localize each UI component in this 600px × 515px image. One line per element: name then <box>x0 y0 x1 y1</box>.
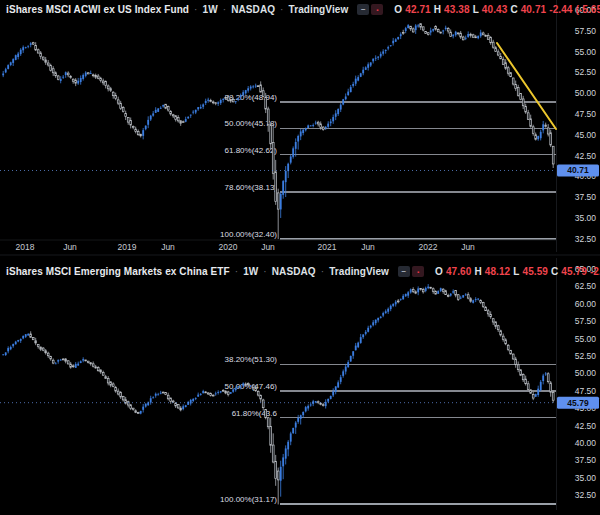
high-value: 48.12 <box>485 266 511 277</box>
open-label: O <box>394 4 402 15</box>
svg-text:Jun: Jun <box>63 242 77 252</box>
svg-text:52.50: 52.50 <box>575 351 597 361</box>
time-axis[interactable]: 2018Jun2019Jun2020Jun2021Jun2022Jun <box>0 240 556 252</box>
exchange-label: NASDAQ <box>272 266 316 277</box>
svg-text:Jun: Jun <box>461 242 475 252</box>
legend-minimize-icon[interactable]: − <box>398 266 410 277</box>
svg-text:45.00: 45.00 <box>575 130 597 140</box>
svg-text:62.50: 62.50 <box>575 281 597 291</box>
interval-label[interactable]: 1W <box>243 266 258 277</box>
legend-top[interactable]: iShares MSCI ACWI ex US Index Fund · 1W … <box>6 4 600 15</box>
svg-text:40.00: 40.00 <box>575 438 597 448</box>
svg-text:38.20%(51.30): 38.20%(51.30) <box>225 355 278 364</box>
svg-text:Jun: Jun <box>161 242 175 252</box>
svg-text:32.50: 32.50 <box>575 234 597 244</box>
svg-text:32.50: 32.50 <box>575 490 597 500</box>
price-axis[interactable]: 60.0057.5055.0052.5050.0047.5045.0042.50… <box>575 5 597 244</box>
ohlc-readout: O47.60 H48.12 L45.59 C45.79 -2.06 (-4.31… <box>435 266 600 277</box>
svg-text:100.00%(32.40): 100.00%(32.40) <box>220 230 277 239</box>
high-label: H <box>434 4 441 15</box>
svg-text:2018: 2018 <box>16 242 35 252</box>
svg-text:57.50: 57.50 <box>575 316 597 326</box>
low-label: L <box>513 266 519 277</box>
separator-dot: · <box>223 4 226 15</box>
svg-text:50.00: 50.00 <box>575 368 597 378</box>
svg-text:78.60%(38.13): 78.60%(38.13) <box>225 183 278 192</box>
svg-text:50.00: 50.00 <box>575 88 597 98</box>
close-label: C <box>551 266 558 277</box>
open-value: 42.71 <box>405 4 431 15</box>
svg-text:40.71: 40.71 <box>567 165 589 175</box>
separator-dot: · <box>263 266 266 277</box>
svg-text:100.00%(31.17): 100.00%(31.17) <box>220 495 277 504</box>
change-value: -2.44 (-5.65%) <box>549 4 600 15</box>
separator-dot: · <box>280 4 283 15</box>
change-value: -2.06 (-4.31%) <box>590 266 600 277</box>
last-price-badge: 45.79 <box>557 397 599 409</box>
svg-text:37.50: 37.50 <box>575 455 597 465</box>
svg-text:Jun: Jun <box>261 242 275 252</box>
brand-label[interactable]: TradingView <box>289 4 349 15</box>
svg-text:2021: 2021 <box>318 242 337 252</box>
trendline-annotation[interactable] <box>497 43 556 129</box>
svg-text:47.50: 47.50 <box>575 109 597 119</box>
symbol-title[interactable]: iShares MSCI ACWI ex US Index Fund <box>6 4 189 15</box>
exchange-label: NASDAQ <box>231 4 275 15</box>
separator-dot: · <box>321 266 324 277</box>
candles-series <box>2 284 554 504</box>
low-value: 45.59 <box>523 266 549 277</box>
tradingview-multichart-layout: 38.20%(48.94)50.00%(45.78)61.80%(42.62)7… <box>0 0 600 515</box>
symbol-title[interactable]: iShares MSCI Emerging Markets ex China E… <box>6 266 230 277</box>
svg-text:42.50: 42.50 <box>575 151 597 161</box>
svg-text:55.00: 55.00 <box>575 334 597 344</box>
fib-retracement[interactable]: 38.20%(48.94)50.00%(45.78)61.80%(42.62)7… <box>220 93 556 239</box>
svg-text:47.50: 47.50 <box>575 386 597 396</box>
close-label: C <box>510 4 517 15</box>
open-value: 47.60 <box>446 266 472 277</box>
svg-text:37.50: 37.50 <box>575 192 597 202</box>
high-value: 43.38 <box>444 4 470 15</box>
low-value: 40.43 <box>482 4 508 15</box>
interval-label[interactable]: 1W <box>203 4 218 15</box>
low-label: L <box>473 4 479 15</box>
price-axis[interactable]: 65.0062.5060.0057.5055.0052.5050.0047.50… <box>575 264 597 500</box>
legend-close-icon[interactable]: ▪ <box>412 266 424 277</box>
brand-label[interactable]: TradingView <box>329 266 389 277</box>
open-label: O <box>435 266 443 277</box>
close-value: 40.71 <box>521 4 547 15</box>
svg-text:57.50: 57.50 <box>575 26 597 36</box>
chart-canvas[interactable]: 38.20%(48.94)50.00%(45.78)61.80%(42.62)7… <box>0 0 600 515</box>
legend-controls: − ▪ <box>357 4 383 15</box>
svg-text:35.00: 35.00 <box>575 473 597 483</box>
svg-text:42.50: 42.50 <box>575 421 597 431</box>
svg-text:55.00: 55.00 <box>575 47 597 57</box>
high-label: H <box>474 266 481 277</box>
svg-text:2022: 2022 <box>419 242 438 252</box>
ohlc-readout: O42.71 H43.38 L40.43 C40.71 -2.44 (-5.65… <box>394 4 600 15</box>
candles-series <box>2 24 554 239</box>
svg-text:Jun: Jun <box>361 242 375 252</box>
svg-text:45.79: 45.79 <box>567 398 589 408</box>
legend-minimize-icon[interactable]: − <box>357 4 369 15</box>
svg-text:35.00: 35.00 <box>575 213 597 223</box>
close-value: 45.79 <box>561 266 587 277</box>
legend-close-icon[interactable]: ▪ <box>371 4 383 15</box>
separator-dot: · <box>235 266 238 277</box>
legend-bottom[interactable]: iShares MSCI Emerging Markets ex China E… <box>6 266 600 277</box>
last-price-badge: 40.71 <box>557 164 599 176</box>
separator-dot: · <box>194 4 197 15</box>
svg-text:52.50: 52.50 <box>575 67 597 77</box>
svg-text:2020: 2020 <box>219 242 238 252</box>
svg-text:60.00: 60.00 <box>575 299 597 309</box>
legend-controls: − ▪ <box>398 266 424 277</box>
svg-text:2019: 2019 <box>118 242 137 252</box>
svg-text:61.80%(43.6: 61.80%(43.6 <box>232 409 278 418</box>
svg-text:61.80%(42.62): 61.80%(42.62) <box>225 146 278 155</box>
